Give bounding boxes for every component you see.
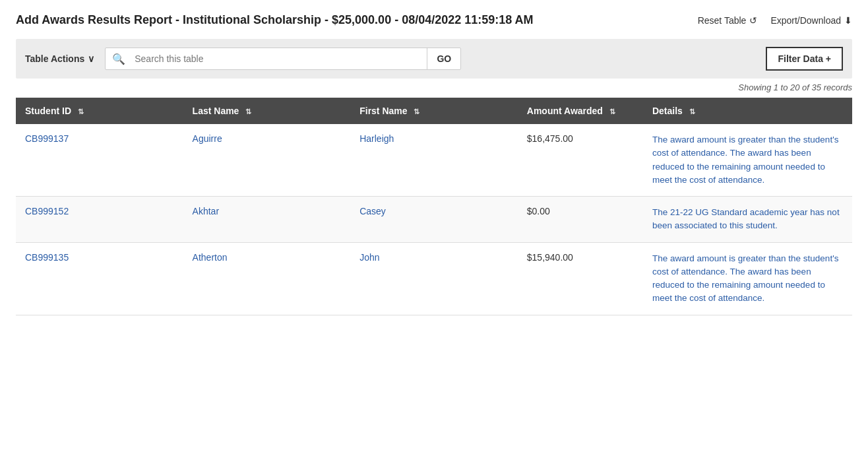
cell-last-name: Atherton [183,242,351,315]
toolbar: Table Actions ∨ 🔍 GO Filter Data + [16,39,852,79]
reset-table-label: Reset Table [698,15,747,26]
col-header-amount[interactable]: Amount Awarded ⇅ [518,98,643,124]
sort-icon-student-id: ⇅ [78,108,84,115]
page-title: Add Awards Results Report - Institutiona… [16,13,534,27]
cell-amount: $15,940.00 [518,242,643,315]
cell-student-id: CB999152 [16,197,183,243]
cell-first-name: Casey [350,197,518,243]
cell-student-id: CB999137 [16,124,183,197]
cell-details: The award amount is greater than the stu… [643,242,852,315]
reset-table-button[interactable]: Reset Table ↺ [698,15,758,26]
go-button[interactable]: GO [427,48,460,69]
page-container: Add Awards Results Report - Institutiona… [0,0,868,456]
table-body: CB999137AguirreHarleigh$16,475.00The awa… [16,124,852,315]
table-header: Student ID ⇅ Last Name ⇅ First Name ⇅ Am… [16,98,852,124]
export-download-label: Export/Download [770,15,841,26]
header-row: Student ID ⇅ Last Name ⇅ First Name ⇅ Am… [16,98,852,124]
cell-first-name: Harleigh [350,124,518,197]
search-form: 🔍 GO [105,48,461,70]
filter-data-button[interactable]: Filter Data + [766,47,843,71]
cell-amount: $16,475.00 [518,124,643,197]
col-header-details[interactable]: Details ⇅ [643,98,852,124]
table-row: CB999137AguirreHarleigh$16,475.00The awa… [16,124,852,197]
page-header: Add Awards Results Report - Institutiona… [16,13,852,27]
sort-icon-first-name: ⇅ [414,108,419,115]
reset-icon: ↺ [749,15,757,26]
table-actions-label: Table Actions [25,53,84,64]
table-row: CB999152AkhtarCasey$0.00The 21-22 UG Sta… [16,197,852,243]
sort-icon-last-name: ⇅ [245,108,251,115]
col-header-last-name[interactable]: Last Name ⇅ [183,98,351,124]
records-info: Showing 1 to 20 of 35 records [16,82,852,92]
cell-last-name: Aguirre [183,124,351,197]
cell-first-name: John [350,242,518,315]
col-header-student-id[interactable]: Student ID ⇅ [16,98,183,124]
cell-details: The 21-22 UG Standard academic year has … [643,197,852,243]
cell-amount: $0.00 [518,197,643,243]
table-actions-button[interactable]: Table Actions ∨ [25,53,94,64]
export-download-button[interactable]: Export/Download ⬇ [770,15,852,26]
toolbar-left: Table Actions ∨ 🔍 GO [25,48,461,70]
download-icon: ⬇ [844,15,852,26]
sort-icon-amount: ⇅ [609,108,615,115]
sort-icon-details: ⇅ [689,108,695,115]
results-table: Student ID ⇅ Last Name ⇅ First Name ⇅ Am… [16,98,852,315]
cell-student-id: CB999135 [16,242,183,315]
table-row: CB999135AthertonJohn$15,940.00The award … [16,242,852,315]
col-header-first-name[interactable]: First Name ⇅ [350,98,518,124]
header-actions: Reset Table ↺ Export/Download ⬇ [698,15,852,26]
cell-details: The award amount is greater than the stu… [643,124,852,197]
search-icon: 🔍 [106,53,132,65]
cell-last-name: Akhtar [183,197,351,243]
chevron-down-icon: ∨ [88,53,94,64]
search-input[interactable] [132,48,427,69]
